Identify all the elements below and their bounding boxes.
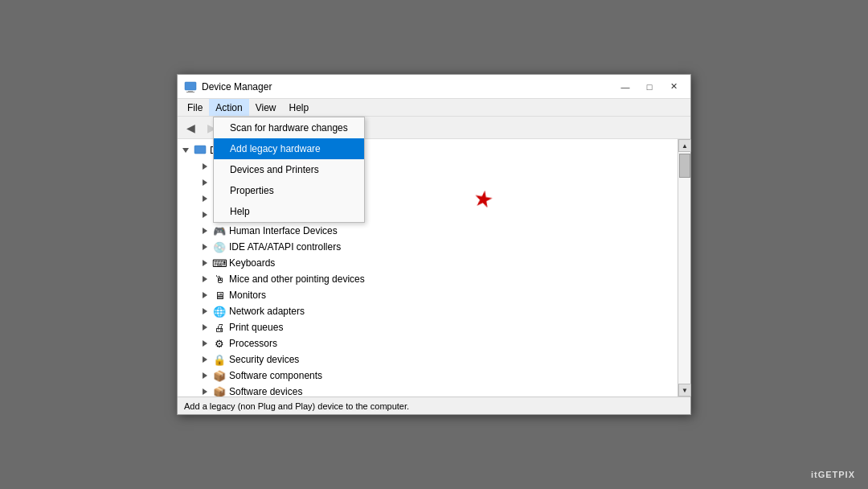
scroll-thumb[interactable]: [679, 154, 690, 178]
menu-properties[interactable]: Properties: [214, 180, 364, 201]
monitors-label: Monitors: [229, 290, 266, 301]
print-label: Print queues: [229, 322, 283, 333]
security-icon: 🔒: [213, 353, 226, 366]
maximize-button[interactable]: □: [639, 79, 660, 95]
status-text: Add a legacy (non Plug and Play) device …: [184, 401, 409, 411]
window-title: Device Manager: [202, 81, 272, 92]
svg-rect-2: [186, 92, 194, 92]
root-expand-icon: [181, 145, 192, 156]
chevron-processors: [200, 338, 211, 349]
menu-file[interactable]: File: [181, 99, 209, 116]
scroll-up-button[interactable]: ▲: [678, 139, 691, 152]
tree-item-monitors[interactable]: 🖥 Monitors: [178, 287, 678, 303]
menu-action[interactable]: Action: [209, 99, 248, 116]
menu-scan-hardware[interactable]: Scan for hardware changes: [214, 117, 364, 138]
network-icon: 🌐: [213, 305, 226, 318]
title-bar-left: Device Manager: [184, 80, 272, 93]
tree-item-sw-components[interactable]: 📦 Software components: [178, 368, 678, 384]
chevron-network: [200, 306, 211, 317]
chevron-ide: [200, 241, 211, 253]
title-controls: — □ ✕: [615, 79, 684, 95]
keyboard-icon: ⌨: [213, 257, 226, 269]
vertical-scrollbar[interactable]: ▲ ▼: [678, 139, 690, 397]
toolbar-back[interactable]: ◀: [181, 119, 200, 137]
network-label: Network adapters: [229, 306, 305, 317]
menu-add-legacy[interactable]: Add legacy hardware: [214, 138, 364, 159]
action-dropdown: Scan for hardware changes Add legacy har…: [213, 117, 365, 223]
chevron-print: [200, 322, 211, 333]
processors-label: Processors: [229, 338, 277, 349]
chevron-mice: [200, 273, 211, 285]
title-bar: Device Manager — □ ✕: [178, 75, 690, 99]
chevron-computer: [200, 161, 211, 172]
root-icon: [194, 144, 207, 157]
sw-devices-icon: 📦: [213, 385, 226, 397]
tree-item-mice[interactable]: 🖱 Mice and other pointing devices: [178, 271, 678, 287]
sw-components-label: Software components: [229, 370, 322, 381]
sw-devices-label: Software devices: [229, 386, 302, 397]
svg-rect-3: [194, 146, 206, 154]
monitor-icon: 🖥: [213, 289, 226, 302]
mice-label: Mice and other pointing devices: [229, 273, 365, 285]
tree-item-print[interactable]: 🖨 Print queues: [178, 319, 678, 335]
menu-devices-printers[interactable]: Devices and Printers: [214, 159, 364, 180]
chevron-disk: [200, 177, 211, 188]
chevron-monitors: [200, 290, 211, 301]
tree-item-sw-devices[interactable]: 📦 Software devices: [178, 384, 678, 397]
menu-help[interactable]: Help: [283, 99, 316, 116]
mouse-icon: 🖱: [213, 273, 226, 286]
scroll-down-button[interactable]: ▼: [678, 384, 691, 397]
chevron-keyboards: [200, 257, 211, 269]
tree-item-hid[interactable]: 🎮 Human Interface Devices: [178, 223, 678, 239]
scroll-track: [678, 152, 690, 384]
chevron-sw-devices: [200, 386, 211, 397]
tree-item-ide[interactable]: 💿 IDE ATA/ATAPI controllers: [178, 239, 678, 255]
menu-view[interactable]: View: [249, 99, 283, 116]
chevron-hid: [200, 225, 211, 236]
close-button[interactable]: ✕: [663, 79, 684, 95]
ide-icon: 💿: [213, 240, 226, 253]
keyboards-label: Keyboards: [229, 257, 275, 269]
chevron-firmware: [200, 209, 211, 220]
devmgr-icon: [184, 80, 197, 93]
ide-label: IDE ATA/ATAPI controllers: [229, 241, 341, 253]
hid-label: Human Interface Devices: [229, 225, 338, 236]
tree-item-processors[interactable]: ⚙ Processors: [178, 335, 678, 351]
tree-item-keyboards[interactable]: ⌨ Keyboards: [178, 255, 678, 271]
processor-icon: ⚙: [213, 337, 226, 350]
device-manager-window: Device Manager — □ ✕ File Action View He…: [177, 74, 691, 415]
chevron-security: [200, 354, 211, 365]
sw-components-icon: 📦: [213, 369, 226, 382]
security-label: Security devices: [229, 354, 299, 365]
menu-help-item[interactable]: Help: [214, 201, 364, 222]
hid-icon: 🎮: [213, 224, 226, 237]
watermark: itGETPIX: [811, 470, 855, 479]
status-bar: Add a legacy (non Plug and Play) device …: [178, 397, 690, 414]
chevron-display: [200, 193, 211, 204]
svg-rect-0: [185, 82, 196, 90]
tree-item-network[interactable]: 🌐 Network adapters: [178, 303, 678, 319]
minimize-button[interactable]: —: [615, 79, 636, 95]
tree-item-security[interactable]: 🔒 Security devices: [178, 351, 678, 368]
menu-bar: File Action View Help Scan for hardware …: [178, 99, 690, 117]
chevron-sw-components: [200, 370, 211, 381]
print-icon: 🖨: [213, 321, 226, 334]
